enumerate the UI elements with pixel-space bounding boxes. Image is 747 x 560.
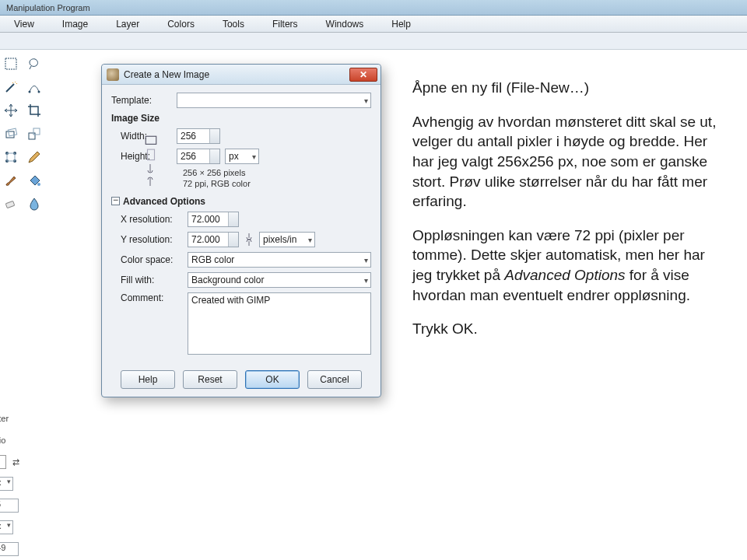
- pencil-icon[interactable]: [23, 146, 45, 168]
- window-title-text: Manipulation Program: [6, 3, 90, 12]
- link-icon[interactable]: [144, 163, 156, 187]
- cancel-button[interactable]: Cancel: [307, 370, 362, 389]
- close-button[interactable]: ✕: [349, 68, 377, 82]
- xres-input[interactable]: 72.000: [188, 212, 239, 227]
- ok-button[interactable]: OK: [245, 370, 300, 389]
- menu-item-image[interactable]: Image: [50, 17, 100, 31]
- brush-icon[interactable]: [0, 170, 22, 191]
- tool-options-panel: enter ratio ⇄ px 45 px 149: [0, 408, 78, 560]
- node-icon[interactable]: [0, 146, 22, 168]
- menu-item-help[interactable]: Help: [379, 17, 423, 31]
- orientation-icons[interactable]: [144, 135, 158, 163]
- lasso-icon[interactable]: [23, 53, 45, 75]
- colorspace-label: Color space:: [111, 254, 183, 265]
- dialog-body: Template: Image Size Width: 256 Height: …: [102, 85, 381, 366]
- svg-rect-3: [6, 131, 14, 138]
- menu-item-windows[interactable]: Windows: [314, 17, 377, 31]
- instruction-p3: Trykk OK.: [412, 319, 724, 339]
- res-unit-select[interactable]: pixels/in: [259, 232, 315, 247]
- svg-rect-13: [146, 136, 156, 144]
- size-summary-line1: 256 × 256 pixels: [183, 167, 371, 178]
- dialog-button-row: Help Reset OK Cancel: [102, 366, 381, 397]
- scale-icon[interactable]: [23, 123, 45, 145]
- size-summary: 256 × 256 pixels 72 ppi, RGB color: [183, 167, 371, 190]
- xres-label: X resolution:: [111, 214, 183, 225]
- close-icon: ✕: [359, 69, 367, 80]
- advanced-options-toggle[interactable]: Advanced Options: [111, 196, 371, 207]
- svg-rect-12: [5, 201, 14, 208]
- rotate-icon[interactable]: [0, 123, 22, 145]
- menu-item-layer[interactable]: Layer: [103, 17, 152, 31]
- bucket-icon[interactable]: [23, 170, 45, 191]
- value-input-2[interactable]: 149: [0, 542, 19, 556]
- menu-item-filters[interactable]: Filters: [260, 17, 310, 31]
- comment-input[interactable]: Created with GIMP: [188, 292, 371, 355]
- collapse-icon: [111, 197, 120, 205]
- path-icon[interactable]: [23, 76, 45, 98]
- link-icon[interactable]: [244, 232, 254, 247]
- advanced-options-label: Advanced Options: [123, 196, 205, 207]
- fill-select[interactable]: Background color: [188, 272, 371, 288]
- svg-point-1: [29, 91, 31, 93]
- swatch-icon[interactable]: [0, 455, 6, 469]
- svg-rect-0: [5, 58, 16, 69]
- ratio-label: ratio: [0, 436, 5, 445]
- size-summary-line2: 72 ppi, RGB color: [183, 178, 371, 189]
- crop-icon[interactable]: [23, 100, 45, 121]
- value-input-1[interactable]: 45: [0, 499, 19, 513]
- dialog-title: Create a New Image: [124, 69, 209, 80]
- yres-input[interactable]: 72.000: [188, 232, 239, 247]
- help-button[interactable]: Help: [121, 370, 175, 389]
- swap-icon[interactable]: ⇄: [9, 456, 22, 468]
- svg-rect-5: [29, 133, 35, 139]
- svg-rect-6: [33, 128, 40, 135]
- enter-label: enter: [0, 414, 9, 423]
- colorspace-select[interactable]: RGB color: [188, 252, 371, 268]
- window-titlebar: Manipulation Program: [0, 0, 747, 16]
- fill-label: Fill with:: [111, 275, 183, 285]
- menu-bar: ect View Image Layer Colors Tools Filter…: [0, 16, 747, 33]
- width-label: Width:: [111, 131, 172, 142]
- instruction-p1: Avhengig av hvordan mønsteret ditt skal …: [412, 112, 724, 212]
- template-label: Template:: [111, 95, 172, 106]
- svg-rect-4: [8, 128, 16, 136]
- comment-label: Comment:: [111, 292, 183, 303]
- svg-point-11: [37, 183, 40, 186]
- reset-button[interactable]: Reset: [183, 370, 237, 389]
- height-label: Height:: [111, 151, 172, 162]
- template-select[interactable]: [177, 93, 371, 108]
- size-unit-select[interactable]: px: [225, 149, 259, 164]
- dialog-titlebar: Create a New Image ✕: [102, 65, 381, 85]
- svg-rect-14: [148, 149, 155, 160]
- menu-item-tools[interactable]: Tools: [210, 17, 257, 31]
- instruction-text: Åpne en ny fil (File-New…) Avhengig av h…: [412, 78, 724, 353]
- height-input[interactable]: 256: [177, 149, 220, 164]
- eraser-icon[interactable]: [0, 193, 22, 215]
- unit-select-2[interactable]: px: [0, 520, 13, 534]
- top-strip: [0, 33, 747, 50]
- instruction-heading: Åpne en ny fil (File-New…): [412, 78, 724, 98]
- image-size-label: Image Size: [111, 113, 371, 124]
- yres-label: Y resolution:: [111, 234, 183, 245]
- width-input[interactable]: 256: [177, 128, 220, 144]
- drop-icon[interactable]: [23, 193, 45, 215]
- create-new-image-dialog: Create a New Image ✕ Template: Image Siz…: [101, 64, 381, 397]
- instruction-p2: Oppløsningen kan være 72 ppi (pixler per…: [412, 226, 724, 306]
- wand-icon[interactable]: [0, 76, 22, 98]
- menu-item-view[interactable]: View: [2, 17, 47, 31]
- rect-select-icon[interactable]: [0, 53, 22, 75]
- gimp-icon: [107, 68, 119, 81]
- move-icon[interactable]: [0, 100, 22, 121]
- svg-point-2: [38, 91, 40, 93]
- unit-select[interactable]: px: [0, 477, 13, 491]
- menu-item-colors[interactable]: Colors: [155, 17, 207, 31]
- toolbox: [0, 53, 47, 216]
